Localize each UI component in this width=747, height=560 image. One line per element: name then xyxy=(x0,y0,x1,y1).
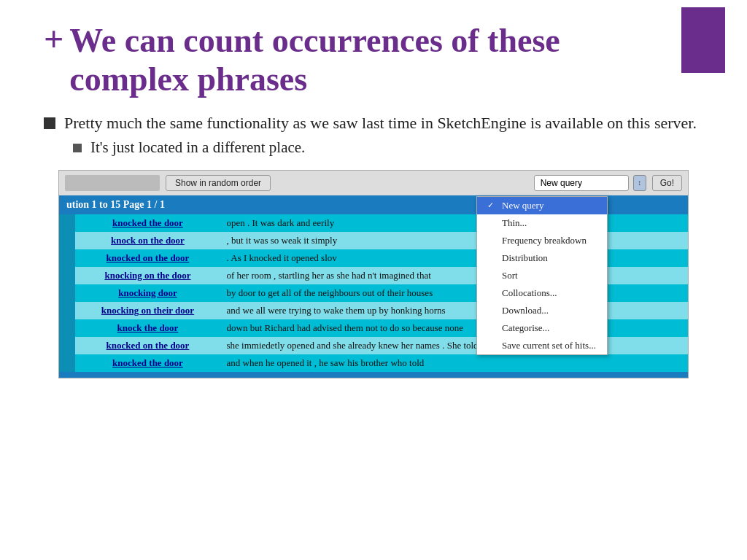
title-block: + We can count occurrences of these comp… xyxy=(44,22,703,99)
go-button[interactable]: Go! xyxy=(652,175,682,191)
phrase-cell: knocked on the door xyxy=(75,249,221,267)
phrase-link[interactable]: knocking door xyxy=(118,287,177,298)
phrase-link[interactable]: knocked the door xyxy=(112,217,183,228)
context-cell: by door to get all of the neighbours out… xyxy=(221,284,689,302)
slide-title: We can count occurrences of these comple… xyxy=(69,22,560,99)
sub-bullet-icon-1 xyxy=(73,144,82,152)
query-input[interactable] xyxy=(534,175,629,191)
context-cell: of her room , startling her as she had n… xyxy=(221,267,689,284)
sub-bullet-list: It's just located in a different place. xyxy=(73,139,703,157)
row-number: 7 xyxy=(59,319,75,337)
corpus-table-container: Show in random order ↕ Go! ✓ New query T… xyxy=(58,170,689,378)
dropdown-item-save-hits[interactable]: Save current set of hits... xyxy=(477,337,607,354)
phrase-link[interactable]: knock the door xyxy=(117,322,179,333)
phrase-cell: knocked the door xyxy=(75,214,221,232)
dropdown-item-sort[interactable]: Sort xyxy=(477,267,607,284)
context-cell: and when he opened it , he saw his broth… xyxy=(221,354,689,372)
phrase-cell: knock the door xyxy=(75,319,221,337)
phrase-cell: knocking door xyxy=(75,284,221,302)
phrase-link[interactable]: knocked on the door xyxy=(107,340,190,351)
phrase-cell: knocking on their door xyxy=(75,302,221,319)
dropdown-item-thin[interactable]: Thin... xyxy=(477,214,607,232)
query-select-wrapper: ↕ xyxy=(534,175,646,191)
toolbar: Show in random order ↕ Go! xyxy=(59,171,688,195)
toolbar-left-spacer xyxy=(65,175,160,191)
context-cell: she immiedetly opened and she already kn… xyxy=(221,337,689,354)
context-cell: , but it was so weak it simply xyxy=(221,232,689,249)
phrase-link[interactable]: knocking on their door xyxy=(101,305,194,316)
plus-icon: + xyxy=(44,22,63,57)
phrase-cell: knocked on the door xyxy=(75,337,221,354)
row-number: 8 xyxy=(59,337,75,354)
row-number: 5 xyxy=(59,284,75,302)
dropdown-item-frequency-breakdown[interactable]: Frequency breakdown xyxy=(477,232,607,249)
purple-accent-bar xyxy=(681,7,725,73)
dropdown-item-download[interactable]: Download... xyxy=(477,302,607,319)
context-cell: . As I knocked it opened slov xyxy=(221,249,689,267)
bullet-list: Pretty much the same functionality as we… xyxy=(44,114,703,157)
dropdown-menu: ✓ New query Thin... Frequency breakdown … xyxy=(476,196,608,355)
phrase-link[interactable]: knocked on the door xyxy=(107,252,190,263)
context-cell: and we all were trying to wake them up b… xyxy=(221,302,689,319)
row-number: 3 xyxy=(59,249,75,267)
bullet-icon-1 xyxy=(44,117,55,129)
phrase-link[interactable]: knocking on the door xyxy=(104,270,190,281)
table-row: 9knocked the doorand when he opened it ,… xyxy=(59,354,688,372)
dropdown-item-collocations[interactable]: Collocations... xyxy=(477,284,607,302)
context-cell: open . It was dark and eerily xyxy=(221,214,689,232)
phrase-link[interactable]: knock on the door xyxy=(111,235,185,246)
row-number: 6 xyxy=(59,302,75,319)
row-number: 9 xyxy=(59,354,75,372)
phrase-cell: knock on the door xyxy=(75,232,221,249)
phrase-cell: knocking on the door xyxy=(75,267,221,284)
phrase-link[interactable]: knocked the door xyxy=(112,357,183,368)
row-number: 4 xyxy=(59,267,75,284)
dropdown-item-categorise[interactable]: Categorise... xyxy=(477,319,607,337)
dropdown-item-new-query[interactable]: ✓ New query xyxy=(477,197,607,214)
row-number: 2 xyxy=(59,232,75,249)
dropdown-item-distribution[interactable]: Distribution xyxy=(477,249,607,267)
slide-container: + We can count occurrences of these comp… xyxy=(0,0,747,393)
row-number: 1 xyxy=(59,214,75,232)
check-icon: ✓ xyxy=(487,201,498,210)
show-random-order-button[interactable]: Show in random order xyxy=(166,175,271,191)
phrase-cell: knocked the door xyxy=(75,354,221,372)
select-arrow-icon[interactable]: ↕ xyxy=(633,175,646,191)
bullet-item-1: Pretty much the same functionality as we… xyxy=(44,114,703,133)
bottom-bar xyxy=(59,372,688,378)
sub-bullet-item-1: It's just located in a different place. xyxy=(73,139,703,157)
context-cell: down but Richard had advised them not to… xyxy=(221,319,689,337)
